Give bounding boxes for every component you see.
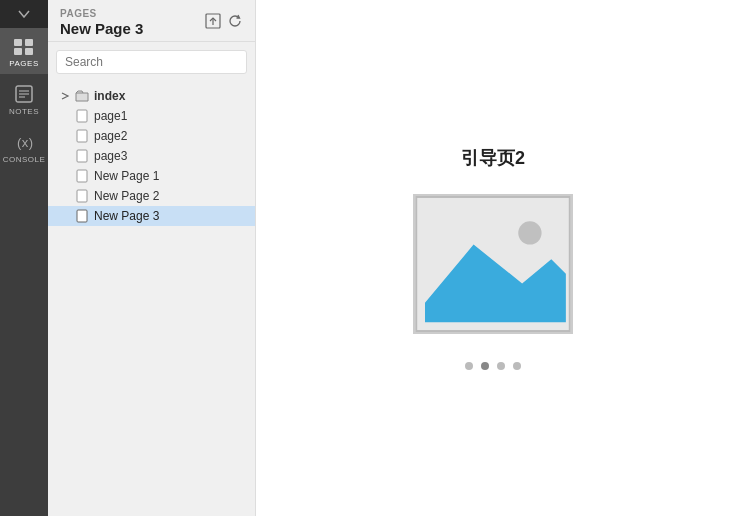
svg-rect-1	[25, 39, 33, 46]
sidebar-item-pages[interactable]: PAGES	[0, 28, 48, 74]
pages-header: PAGES New Page 3	[48, 0, 255, 42]
sidebar-collapse-button[interactable]	[0, 0, 48, 28]
sidebar-item-console[interactable]: (x) CONSOLE	[0, 122, 48, 170]
tree-item-page2-label: page2	[94, 129, 127, 143]
svg-point-20	[518, 221, 541, 244]
tree-item-page1[interactable]: page1	[48, 106, 255, 126]
dot-2[interactable]	[481, 362, 489, 370]
tree-item-index[interactable]: index	[48, 86, 255, 106]
page-icon	[76, 169, 89, 183]
svg-rect-13	[77, 150, 87, 162]
sidebar-item-notes[interactable]: NOTES	[0, 74, 48, 122]
tree-item-new-page-1-label: New Page 1	[94, 169, 159, 183]
folder-arrow-icon	[60, 91, 70, 101]
icon-sidebar: PAGES NOTES (x) CONSOLE	[0, 0, 48, 516]
sidebar-notes-label: NOTES	[9, 107, 39, 116]
page-icon	[76, 189, 89, 203]
svg-rect-16	[77, 210, 87, 222]
dot-3[interactable]	[497, 362, 505, 370]
tree-item-new-page-2[interactable]: New Page 2	[48, 186, 255, 206]
search-input[interactable]	[56, 50, 247, 74]
svg-rect-3	[25, 48, 33, 55]
dot-1[interactable]	[465, 362, 473, 370]
tree-item-page2[interactable]: page2	[48, 126, 255, 146]
svg-rect-0	[14, 39, 22, 46]
export-icon[interactable]	[205, 13, 221, 32]
svg-rect-15	[77, 190, 87, 202]
page-icon	[76, 149, 89, 163]
tree-item-new-page-3[interactable]: New Page 3	[48, 206, 255, 226]
pages-section-label: PAGES	[60, 8, 143, 19]
svg-text:(x): (x)	[17, 135, 34, 150]
pages-panel: PAGES New Page 3	[48, 0, 256, 516]
tree-item-new-page-1[interactable]: New Page 1	[48, 166, 255, 186]
content-image-placeholder	[413, 194, 573, 334]
page-icon	[76, 209, 89, 223]
tree-item-page3[interactable]: page3	[48, 146, 255, 166]
sidebar-pages-label: PAGES	[9, 59, 38, 68]
sidebar-console-label: CONSOLE	[3, 155, 46, 164]
tree-item-index-label: index	[94, 89, 125, 103]
tree-item-page3-label: page3	[94, 149, 127, 163]
dot-4[interactable]	[513, 362, 521, 370]
pages-tree: index page1 page2	[48, 82, 255, 516]
svg-rect-14	[77, 170, 87, 182]
tree-item-new-page-2-label: New Page 2	[94, 189, 159, 203]
main-content-area: 引导页2	[256, 0, 730, 516]
svg-rect-2	[14, 48, 22, 55]
pages-current-page: New Page 3	[60, 20, 143, 37]
pagination-dots	[465, 362, 521, 370]
pages-header-actions	[205, 13, 243, 32]
tree-item-new-page-3-label: New Page 3	[94, 209, 159, 223]
folder-icon	[75, 90, 89, 102]
refresh-icon[interactable]	[227, 13, 243, 32]
pages-search-container	[56, 50, 247, 74]
svg-rect-12	[77, 130, 87, 142]
tree-item-page1-label: page1	[94, 109, 127, 123]
main-content-title: 引导页2	[461, 146, 525, 170]
page-icon	[76, 129, 89, 143]
svg-rect-11	[77, 110, 87, 122]
page-icon	[76, 109, 89, 123]
